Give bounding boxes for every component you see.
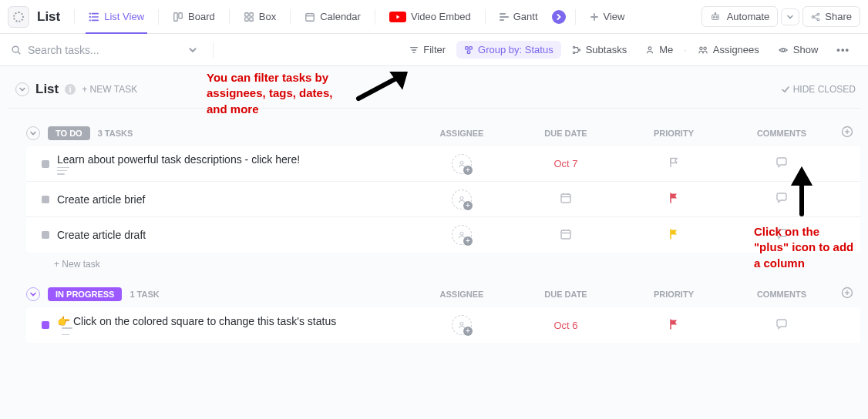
assignees-button[interactable]: Assignees xyxy=(690,41,767,59)
me-button[interactable]: Me xyxy=(638,41,681,59)
assignee-placeholder-icon[interactable] xyxy=(452,189,472,210)
status-square[interactable] xyxy=(42,231,49,239)
eye-icon xyxy=(778,45,789,55)
task-row[interactable]: 👉Click on the colored square to change t… xyxy=(26,307,860,343)
svg-point-41 xyxy=(700,47,702,49)
due-date[interactable]: Oct 6 xyxy=(553,320,577,331)
column-header: ASSIGNEE xyxy=(412,290,512,299)
view-tab-gantt[interactable]: Gantt xyxy=(492,0,546,34)
view-tab-calendar[interactable]: Calendar xyxy=(297,0,368,34)
assignee-placeholder-icon[interactable] xyxy=(452,154,472,174)
svg-marker-63 xyxy=(394,74,405,85)
automate-dropdown[interactable] xyxy=(781,8,799,25)
show-button[interactable]: Show xyxy=(770,41,826,59)
more-icon: ••• xyxy=(836,44,849,55)
flag-icon[interactable] xyxy=(668,192,680,204)
task-title[interactable]: Learn about powerful task descriptions -… xyxy=(57,153,300,166)
filter-button[interactable]: Filter xyxy=(402,41,453,59)
svg-rect-35 xyxy=(469,46,472,49)
search-wrap[interactable] xyxy=(11,44,204,56)
task-row[interactable]: Learn about powerful task descriptions -… xyxy=(26,146,860,182)
view-tab-box[interactable]: Box xyxy=(236,0,284,34)
column-header: DUE DATE xyxy=(512,290,620,299)
automate-button[interactable]: Automate xyxy=(701,6,779,27)
subtasks-button[interactable]: Subtasks xyxy=(564,41,634,59)
flag-icon[interactable] xyxy=(668,228,680,240)
views-overflow[interactable] xyxy=(549,0,569,34)
flag-icon[interactable] xyxy=(668,156,680,169)
hand-icon: 👉 xyxy=(57,315,70,327)
section-expand[interactable] xyxy=(15,82,29,96)
assignee-placeholder-icon[interactable] xyxy=(452,315,472,335)
task-row[interactable]: Create article brief xyxy=(26,182,860,217)
status-square[interactable] xyxy=(42,196,49,203)
subtasks-label: Subtasks xyxy=(586,44,627,55)
view-tab-label: Box xyxy=(259,11,276,22)
assignee-placeholder-icon[interactable] xyxy=(452,225,472,245)
chevron-down-icon[interactable] xyxy=(188,45,197,55)
task-title[interactable]: Create article brief xyxy=(57,193,145,206)
calendar-icon[interactable] xyxy=(559,227,573,241)
divider xyxy=(229,9,230,25)
svg-rect-9 xyxy=(250,12,253,15)
list-app-icon xyxy=(8,6,29,28)
due-date[interactable]: Oct 7 xyxy=(553,158,577,169)
group-by-button[interactable]: Group by: Status xyxy=(456,41,561,59)
section-title: List xyxy=(35,82,59,97)
section-header: List i + NEW TASK HIDE CLOSED xyxy=(8,66,860,109)
more-button[interactable]: ••• xyxy=(829,41,857,59)
search-icon xyxy=(11,45,22,55)
new-task-button[interactable]: + New task xyxy=(26,253,860,270)
status-square[interactable] xyxy=(42,321,49,329)
add-column-button[interactable] xyxy=(836,126,859,140)
calendar-icon[interactable] xyxy=(559,191,573,205)
group-expand[interactable] xyxy=(26,287,40,301)
flag-icon[interactable] xyxy=(668,318,680,330)
svg-point-23 xyxy=(715,12,715,13)
status-group: TO DO3 TASKSASSIGNEEDUE DATEPRIORITYCOMM… xyxy=(26,122,860,270)
view-tab-list[interactable]: List View xyxy=(81,0,152,34)
group-expand[interactable] xyxy=(26,126,40,140)
svg-marker-65 xyxy=(795,171,809,183)
content-area: List i + NEW TASK HIDE CLOSED TO DO3 TAS… xyxy=(0,66,868,419)
share-icon xyxy=(811,12,820,22)
section-new-task[interactable]: + NEW TASK xyxy=(82,84,137,95)
svg-point-24 xyxy=(817,13,819,15)
svg-rect-6 xyxy=(174,12,177,21)
task-row[interactable]: Create article draft xyxy=(26,217,860,253)
assignees-label: Assignees xyxy=(713,44,759,55)
share-button[interactable]: Share xyxy=(802,6,860,27)
svg-point-3 xyxy=(90,13,91,14)
plus-circle-icon[interactable] xyxy=(841,287,853,299)
status-pill[interactable]: TO DO xyxy=(48,126,90,140)
svg-point-42 xyxy=(704,47,706,49)
search-input[interactable] xyxy=(28,44,151,56)
plus-circle-icon[interactable] xyxy=(841,126,853,138)
column-header: COMMENTS xyxy=(728,290,836,299)
svg-rect-54 xyxy=(561,230,570,239)
divider xyxy=(74,9,75,25)
add-view-button[interactable]: View xyxy=(582,0,633,34)
me-label: Me xyxy=(659,44,673,55)
task-title[interactable]: Create article draft xyxy=(57,229,146,241)
divider xyxy=(213,42,214,58)
group-by-label: Group by: Status xyxy=(478,44,553,55)
comment-icon[interactable] xyxy=(775,317,789,331)
task-title[interactable]: 👉Click on the colored square to change t… xyxy=(57,315,336,335)
svg-point-29 xyxy=(12,46,19,52)
svg-point-53 xyxy=(460,232,463,235)
info-icon[interactable]: i xyxy=(65,84,76,95)
box-icon xyxy=(244,12,254,22)
calendar-icon xyxy=(304,12,315,22)
status-pill[interactable]: IN PROGRESS xyxy=(48,287,122,301)
status-square[interactable] xyxy=(42,160,49,168)
people-icon xyxy=(698,45,708,55)
view-tab-video[interactable]: Video Embed xyxy=(382,0,479,34)
svg-line-28 xyxy=(814,17,817,18)
add-column-button[interactable] xyxy=(836,287,859,301)
group-icon xyxy=(464,45,473,55)
svg-point-25 xyxy=(812,15,814,18)
gantt-icon xyxy=(500,13,509,21)
hide-closed-button[interactable]: HIDE CLOSED xyxy=(781,84,856,95)
view-tab-board[interactable]: Board xyxy=(165,0,223,34)
